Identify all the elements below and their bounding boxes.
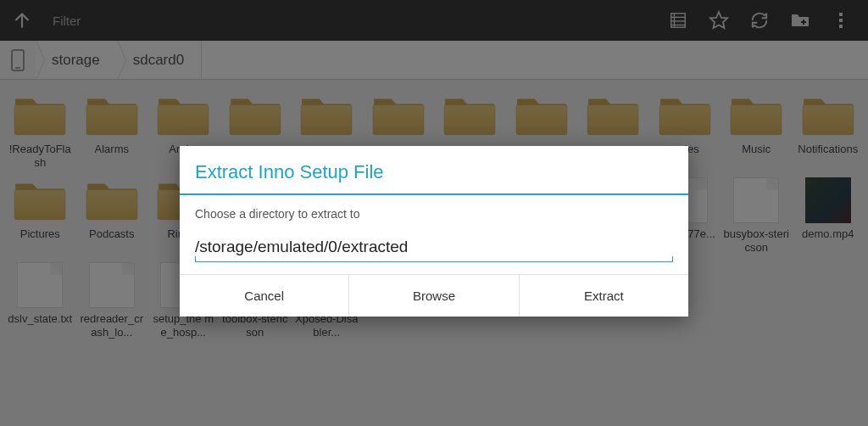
extract-dialog: Extract Inno Setup File Choose a directo… — [180, 146, 688, 317]
cancel-button[interactable]: Cancel — [180, 275, 349, 317]
dialog-title: Extract Inno Setup File — [180, 146, 688, 195]
extract-button[interactable]: Extract — [520, 275, 688, 317]
dialog-message: Choose a directory to extract to — [195, 207, 673, 221]
extract-path-input[interactable] — [195, 234, 673, 262]
dialog-button-row: Cancel Browse Extract — [180, 274, 688, 317]
browse-button[interactable]: Browse — [349, 275, 519, 317]
